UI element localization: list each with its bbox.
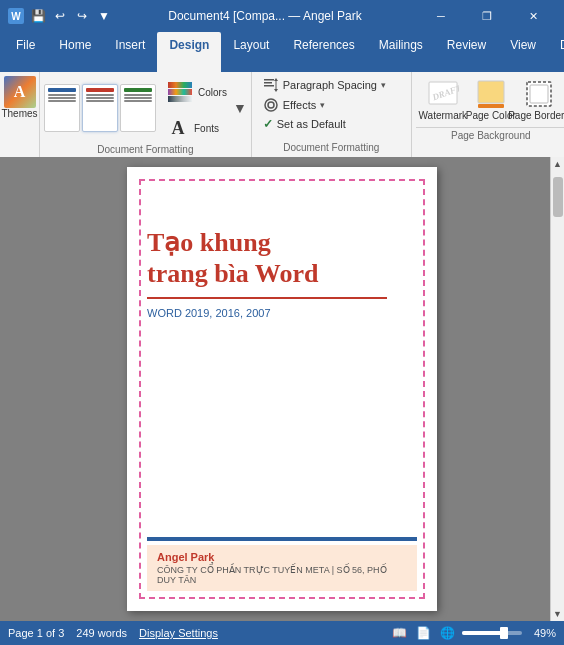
status-left: Page 1 of 3 249 words Display Settings (8, 627, 218, 639)
watermark-icon: DRAFT (427, 78, 459, 110)
svg-point-6 (265, 99, 277, 111)
footer-address: CÔNG TY CỔ PHẦN TRỰC TUYẾN META | SỐ 56,… (157, 565, 407, 585)
page-borders-icon-area (523, 78, 555, 110)
fonts-icon: A (166, 116, 190, 140)
title-underline (147, 297, 387, 299)
page-footer: Angel Park CÔNG TY CỔ PHẦN TRỰC TUYẾN ME… (147, 537, 417, 591)
page-color-icon-area (475, 78, 507, 110)
zoom-slider[interactable] (462, 631, 522, 635)
tab-view[interactable]: View (498, 32, 548, 72)
zoom-track (462, 631, 522, 635)
title-bar: W 💾 ↩ ↪ ▼ Document4 [Compa... — Angel Pa… (0, 0, 564, 32)
paragraph-spacing-dropdown-icon: ▾ (381, 80, 386, 90)
ribbon-group-themes: A Themes (0, 72, 40, 157)
tab-references[interactable]: References (281, 32, 366, 72)
document-subtitle: WORD 2019, 2016, 2007 (147, 307, 417, 319)
tab-developer[interactable]: Developer (548, 32, 564, 72)
watermark-icon-area: DRAFT (427, 78, 459, 110)
checkmark-icon: ✓ (263, 117, 273, 131)
minimize-button[interactable]: ─ (418, 0, 464, 32)
page-borders-label: Page Borders (508, 110, 564, 121)
status-bar: Page 1 of 3 249 words Display Settings 📖… (0, 621, 564, 645)
title-bar-left: W 💾 ↩ ↪ ▼ (8, 8, 112, 24)
effects-button[interactable]: Effects ▾ (260, 96, 403, 114)
style-set-box-3[interactable] (120, 84, 156, 132)
svg-rect-1 (264, 82, 272, 84)
ribbon-tabs: File Home Insert Design Layout Reference… (0, 32, 564, 72)
ribbon-body: A Themes (0, 72, 564, 157)
paragraph-spacing-icon (263, 77, 279, 93)
svg-rect-5 (275, 81, 276, 89)
paragraph-spacing-button[interactable]: Paragraph Spacing ▾ (260, 76, 403, 94)
page-color-icon (475, 78, 507, 110)
svg-rect-10 (478, 81, 504, 103)
tab-review[interactable]: Review (435, 32, 498, 72)
restore-button[interactable]: ❐ (464, 0, 510, 32)
themes-label: Themes (1, 108, 37, 119)
colors-icon (166, 76, 194, 108)
document-title: Tạo khung trang bìa Word (147, 227, 417, 289)
close-button[interactable]: ✕ (510, 0, 556, 32)
fonts-button[interactable]: A Fonts (162, 114, 231, 142)
footer-box: Angel Park CÔNG TY CỔ PHẦN TRỰC TUYẾN ME… (147, 545, 417, 591)
display-settings-button[interactable]: Display Settings (139, 627, 218, 639)
themes-icon: A (4, 76, 36, 108)
view-print-button[interactable]: 📄 (414, 624, 432, 642)
watermark-label: Watermark (419, 110, 468, 121)
svg-rect-2 (264, 85, 274, 87)
page-background-label: Page Background (416, 127, 564, 141)
footer-name: Angel Park (157, 551, 407, 563)
vertical-scrollbar[interactable]: ▲ ▼ (550, 157, 564, 621)
colors-button[interactable]: Colors (162, 74, 231, 110)
document-page: Tạo khung trang bìa Word WORD 2019, 2016… (127, 167, 437, 611)
page-borders-button[interactable]: Page Borders (516, 76, 562, 123)
set-as-default-button[interactable]: ✓ Set as Default (260, 116, 403, 132)
style-set-expand-icon[interactable]: ▼ (233, 74, 247, 142)
themes-button[interactable]: A Themes (0, 74, 42, 121)
view-read-button[interactable]: 📖 (390, 624, 408, 642)
doc-formatting-label: Document Formatting (44, 144, 247, 155)
scroll-thumb[interactable] (553, 177, 563, 217)
save-icon[interactable]: 💾 (30, 8, 46, 24)
page-borders-icon (523, 78, 555, 110)
page-background-group: DRAFT Watermark Page Colo (416, 74, 564, 125)
window-title: Document4 [Compa... — Angel Park (168, 9, 361, 23)
tab-layout[interactable]: Layout (221, 32, 281, 72)
word-count: 249 words (76, 627, 127, 639)
view-web-button[interactable]: 🌐 (438, 624, 456, 642)
scroll-up-button[interactable]: ▲ (551, 157, 565, 171)
effects-label: Effects (283, 99, 316, 111)
page-info: Page 1 of 3 (8, 627, 64, 639)
colors-label: Colors (198, 87, 227, 98)
tab-insert[interactable]: Insert (103, 32, 157, 72)
app-window: W 💾 ↩ ↪ ▼ Document4 [Compa... — Angel Pa… (0, 0, 564, 645)
tab-mailings[interactable]: Mailings (367, 32, 435, 72)
watermark-button[interactable]: DRAFT Watermark (420, 76, 466, 123)
tab-file[interactable]: File (4, 32, 47, 72)
svg-marker-3 (274, 78, 278, 81)
set-as-default-label: Set as Default (277, 118, 346, 130)
effects-dropdown-icon: ▾ (320, 100, 325, 110)
themes-icon-area: A (4, 76, 36, 108)
document-area: Tạo khung trang bìa Word WORD 2019, 2016… (0, 157, 564, 621)
style-set-box-2[interactable] (82, 84, 118, 132)
zoom-fill (462, 631, 504, 635)
redo-icon[interactable]: ↪ (74, 8, 90, 24)
scroll-down-button[interactable]: ▼ (551, 607, 565, 621)
zoom-level[interactable]: 49% (528, 627, 556, 639)
paragraph-spacing-label: Paragraph Spacing (283, 79, 377, 91)
tab-design[interactable]: Design (157, 32, 221, 72)
window-controls: ─ ❐ ✕ (418, 0, 556, 32)
effects-icon (263, 97, 279, 113)
fonts-label: Fonts (194, 123, 219, 134)
undo-icon[interactable]: ↩ (52, 8, 68, 24)
customize-qat-icon[interactable]: ▼ (96, 8, 112, 24)
page-color-button[interactable]: Page Color (468, 76, 514, 123)
style-set-box-1[interactable] (44, 84, 80, 132)
footer-blue-line (147, 537, 417, 541)
tab-home[interactable]: Home (47, 32, 103, 72)
zoom-thumb[interactable] (500, 627, 508, 639)
status-right: 📖 📄 🌐 49% (390, 624, 556, 642)
svg-marker-4 (274, 89, 278, 92)
ribbon-content-area: A Themes (0, 72, 564, 157)
